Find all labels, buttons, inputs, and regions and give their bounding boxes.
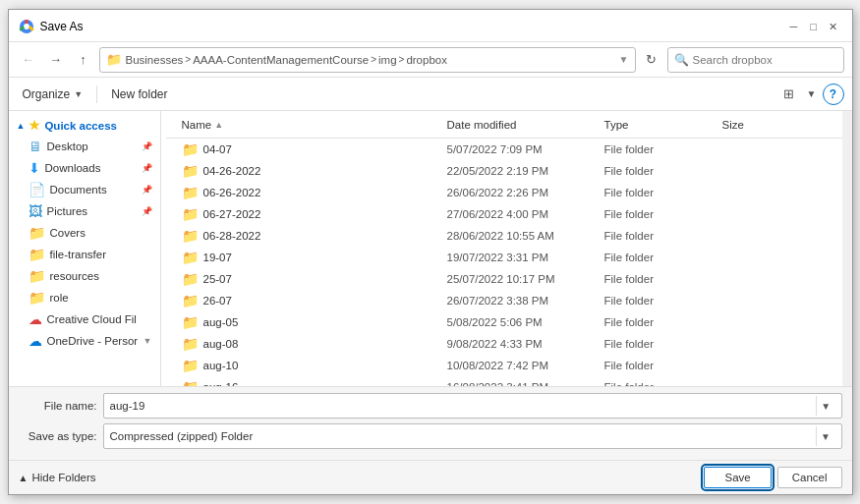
table-row[interactable]: 📁 06-26-2022 26/06/2022 2:26 PM File fol… xyxy=(166,182,842,203)
column-header-type[interactable]: Type xyxy=(597,117,715,133)
file-name-row: File name: ▼ xyxy=(19,393,842,419)
sidebar-item-onedrive[interactable]: ☁ OneDrive - Persor ▼ xyxy=(9,330,160,352)
sidebar: ▲ ★ Quick access 🖥 Desktop 📌 ⬇ Downloads… xyxy=(9,111,161,386)
column-header-date[interactable]: Date modified xyxy=(439,117,597,133)
file-size-cell xyxy=(715,364,793,366)
file-name-input[interactable] xyxy=(110,400,813,412)
nav-bar: ← → ↑ 📁 Businesses > AAAA-ContentManagem… xyxy=(9,42,852,78)
sidebar-role-label: role xyxy=(50,292,69,304)
maximize-button[interactable]: □ xyxy=(805,18,823,35)
forward-button[interactable]: → xyxy=(44,48,68,72)
sidebar-item-documents[interactable]: 📄 Documents 📌 xyxy=(9,179,160,200)
hide-folders-button[interactable]: ▲ Hide Folders xyxy=(19,472,96,483)
file-name-text: 06-27-2022 xyxy=(203,208,261,220)
column-header-name[interactable]: Name ▲ xyxy=(174,117,439,133)
save-type-value: Compressed (zipped) Folder xyxy=(110,430,812,442)
folder-icon: 📁 xyxy=(182,228,199,244)
table-row[interactable]: 📁 06-27-2022 27/06/2022 4:00 PM File fol… xyxy=(166,203,842,225)
sidebar-documents-label: Documents xyxy=(50,184,107,196)
quick-access-chevron-icon: ▲ xyxy=(17,121,26,131)
sidebar-header-quick-access[interactable]: ▲ ★ Quick access xyxy=(9,115,160,136)
table-row[interactable]: 📁 aug-08 9/08/2022 4:33 PM File folder xyxy=(166,333,842,355)
file-name-text: 26-07 xyxy=(203,295,232,307)
search-input[interactable] xyxy=(693,54,837,66)
save-button[interactable]: Save xyxy=(704,467,771,488)
view-dropdown-icon[interactable]: ▼ xyxy=(807,88,817,99)
table-row[interactable]: 📁 04-07 5/07/2022 7:09 PM File folder xyxy=(166,139,842,160)
resources-folder-icon: 📁 xyxy=(29,268,45,284)
organize-label: Organize xyxy=(23,87,71,101)
sort-arrow-icon: ▲ xyxy=(214,120,223,130)
file-type-cell: File folder xyxy=(597,229,715,243)
folder-icon: 📁 xyxy=(182,358,199,373)
sidebar-item-resources[interactable]: 📁 resources xyxy=(9,265,160,287)
sidebar-item-covers[interactable]: 📁 Covers xyxy=(9,222,160,244)
search-box[interactable]: 🔍 xyxy=(667,47,844,73)
table-row[interactable]: 📁 25-07 25/07/2022 10:17 PM File folder xyxy=(166,268,842,290)
file-type-cell: File folder xyxy=(597,359,715,372)
sidebar-file-transfer-label: file-transfer xyxy=(50,249,107,260)
organize-button[interactable]: Organize ▼ xyxy=(17,84,89,104)
table-row[interactable]: 📁 aug-16 16/08/2022 3:41 PM File folder xyxy=(166,376,842,386)
sidebar-item-role[interactable]: 📁 role xyxy=(9,287,160,308)
table-row[interactable]: 📁 19-07 19/07/2022 3:31 PM File folder xyxy=(166,247,842,268)
file-size-cell xyxy=(715,170,793,172)
file-name-cell: 📁 aug-05 xyxy=(174,313,439,331)
new-folder-button[interactable]: New folder xyxy=(105,84,173,104)
toolbar: Organize ▼ New folder ⊞ ▼ ? xyxy=(9,78,852,111)
column-type-label: Type xyxy=(604,119,629,131)
column-header-size[interactable]: Size xyxy=(715,117,793,133)
file-name-text: 06-26-2022 xyxy=(203,187,261,198)
table-row[interactable]: 📁 04-26-2022 22/05/2022 2:19 PM File fol… xyxy=(166,160,842,182)
cancel-button[interactable]: Cancel xyxy=(777,467,842,488)
table-row[interactable]: 📁 26-07 26/07/2022 3:38 PM File folder xyxy=(166,290,842,311)
file-type-cell: File folder xyxy=(597,186,715,199)
file-size-cell xyxy=(715,235,793,237)
pictures-folder-icon: 🖼 xyxy=(29,203,42,219)
file-size-cell xyxy=(715,213,793,215)
refresh-button[interactable]: ↻ xyxy=(640,48,663,72)
sidebar-item-desktop[interactable]: 🖥 Desktop 📌 xyxy=(9,136,160,157)
hide-folders-label: Hide Folders xyxy=(31,472,95,483)
table-row[interactable]: 📁 06-28-2022 28/06/2022 10:55 AM File fo… xyxy=(166,225,842,247)
creative-cloud-icon: ☁ xyxy=(29,311,42,327)
file-name-cell: 📁 06-26-2022 xyxy=(174,184,439,201)
file-name-cell: 📁 aug-08 xyxy=(174,335,439,353)
file-name-input-wrapper: ▼ xyxy=(103,393,842,419)
column-size-label: Size xyxy=(722,119,744,131)
file-size-cell xyxy=(715,343,793,345)
sidebar-creative-cloud-label: Creative Cloud Fil xyxy=(47,313,137,325)
minimize-button[interactable]: ─ xyxy=(785,18,803,35)
table-row[interactable]: 📁 aug-05 5/08/2022 5:06 PM File folder xyxy=(166,311,842,333)
help-button[interactable]: ? xyxy=(823,84,844,105)
folder-icon: 📁 xyxy=(182,271,199,287)
sidebar-item-creative-cloud[interactable]: ☁ Creative Cloud Fil xyxy=(9,308,160,330)
hide-folders-chevron-icon: ▲ xyxy=(19,473,29,483)
sidebar-item-file-transfer[interactable]: 📁 file-transfer xyxy=(9,244,160,265)
save-type-label: Save as type: xyxy=(19,430,97,442)
table-row[interactable]: 📁 aug-10 10/08/2022 7:42 PM File folder xyxy=(166,355,842,376)
file-type-cell: File folder xyxy=(597,251,715,264)
file-name-cell: 📁 25-07 xyxy=(174,270,439,288)
file-date-cell: 25/07/2022 10:17 PM xyxy=(439,272,597,286)
file-name-dropdown-button[interactable]: ▼ xyxy=(816,396,834,416)
documents-pin-icon: 📌 xyxy=(142,185,152,195)
file-size-cell xyxy=(715,192,793,194)
file-list: 📁 04-07 5/07/2022 7:09 PM File folder 📁 … xyxy=(166,139,842,386)
file-date-cell: 26/06/2022 2:26 PM xyxy=(439,186,597,199)
new-folder-label: New folder xyxy=(111,87,167,101)
save-type-dropdown-button[interactable]: ▼ xyxy=(816,426,835,446)
close-button[interactable]: ✕ xyxy=(825,18,842,35)
file-size-cell xyxy=(715,148,793,150)
breadcrumb-dropdown-icon[interactable]: ▼ xyxy=(619,54,629,65)
back-button[interactable]: ← xyxy=(17,48,40,72)
search-icon: 🔍 xyxy=(674,53,689,67)
breadcrumb[interactable]: 📁 Businesses > AAAA-ContentManagementCou… xyxy=(99,47,636,73)
up-button[interactable]: ↑ xyxy=(72,48,95,72)
file-name-text: aug-05 xyxy=(203,316,239,328)
file-name-cell: 📁 19-07 xyxy=(174,249,439,266)
sidebar-item-downloads[interactable]: ⬇ Downloads 📌 xyxy=(9,157,160,179)
sidebar-item-pictures[interactable]: 🖼 Pictures 📌 xyxy=(9,200,160,222)
view-toggle-button[interactable]: ⊞ xyxy=(777,83,801,106)
sidebar-desktop-label: Desktop xyxy=(47,140,88,152)
